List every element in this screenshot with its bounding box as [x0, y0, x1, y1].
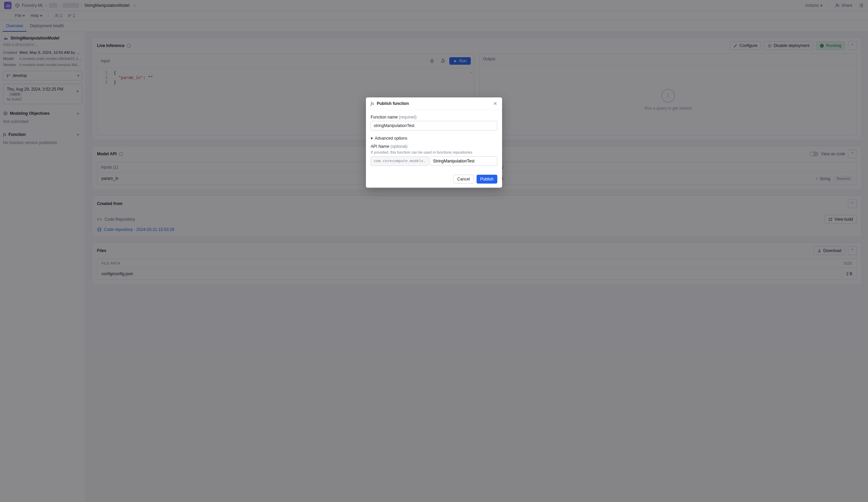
publish-function-modal: fx Publish function ✕ Function name (req…	[366, 98, 502, 188]
optional-hint: (optional)	[391, 144, 407, 149]
function-name-label-text: Function name	[371, 115, 399, 120]
function-name-input[interactable]	[371, 121, 497, 131]
modal-title: Publish function	[377, 101, 409, 106]
function-name-label: Function name (required)	[371, 115, 497, 120]
advanced-options-toggle[interactable]: ▾ Advanced options	[371, 136, 497, 141]
advanced-options-label: Advanced options	[375, 136, 407, 141]
modal-overlay[interactable]	[0, 0, 868, 502]
cancel-button[interactable]: Cancel	[453, 175, 474, 184]
api-name-input[interactable]	[430, 156, 497, 166]
api-name-label: API Name (optional)	[371, 144, 497, 149]
api-name-help: If provided, this function can be used i…	[371, 150, 497, 154]
close-modal-button[interactable]: ✕	[493, 101, 497, 106]
chevron-down-icon: ▾	[371, 136, 373, 141]
publish-button[interactable]: Publish	[477, 175, 497, 184]
required-hint: (required)	[399, 115, 417, 120]
api-name-prefix: com.corecompute.models.	[371, 156, 428, 166]
function-icon: fx	[371, 101, 374, 106]
api-name-label-text: API Name	[371, 144, 391, 149]
